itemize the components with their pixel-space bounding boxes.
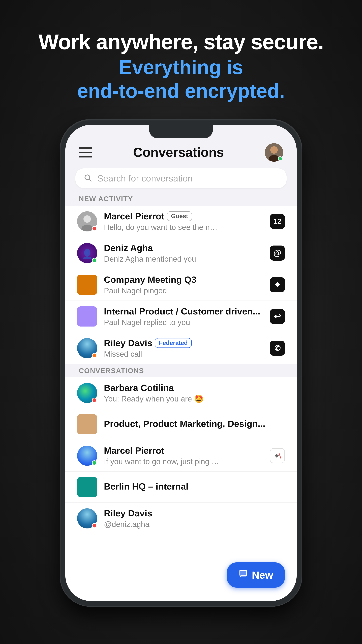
unread-count-badge: 12 xyxy=(270,214,285,229)
contact-name: Deniz Agha xyxy=(104,243,153,253)
message-preview: @deniz.agha xyxy=(104,520,221,529)
conversation-body: Deniz Agha Deniz Agha mentioned you xyxy=(104,243,267,264)
status-dot xyxy=(92,523,97,528)
name-row: Marcel Pierrot Guest xyxy=(104,211,267,221)
svg-text:👤: 👤 xyxy=(82,248,93,260)
conversations-label: CONVERSATIONS xyxy=(79,367,283,375)
search-icon xyxy=(84,174,92,183)
contact-name: Marcel Pierrot xyxy=(104,211,164,221)
conversation-body: Riley Davis @deniz.agha xyxy=(104,508,285,529)
avatar xyxy=(77,446,97,466)
avatar xyxy=(77,211,97,232)
name-row: Internal Product / Customer driven... xyxy=(104,306,267,316)
conversation-body: Barbara Cotilina You: Ready when you are… xyxy=(104,382,285,403)
name-row: Berlin HQ – internal xyxy=(104,481,285,492)
action-indicator: ↩ xyxy=(270,309,285,324)
message-preview: Hello, do you want to see the number... xyxy=(104,223,221,232)
search-placeholder-text: Search for conversation xyxy=(97,173,193,184)
name-row: Product, Product Marketing, Design... xyxy=(104,418,285,429)
list-item[interactable]: Product, Product Marketing, Design... xyxy=(65,409,297,440)
message-preview: If you want to go now, just ping me xyxy=(104,457,221,466)
conversations-section-header: CONVERSATIONS xyxy=(65,364,297,377)
avatar xyxy=(77,414,97,434)
list-item[interactable]: Riley Davis Federated Missed call ✆ xyxy=(65,332,297,364)
subtitle-line1: Everything is xyxy=(119,56,243,78)
new-activity-section-header: NEW ACTIVITY xyxy=(65,192,297,206)
reply-badge: ↩ xyxy=(270,309,285,324)
user-avatar[interactable] xyxy=(265,143,283,162)
search-bar[interactable]: Search for conversation xyxy=(75,168,287,188)
message-preview: Paul Nagel pinged xyxy=(104,286,221,295)
page-title: Conversations xyxy=(133,145,224,160)
mute-badge xyxy=(270,448,285,463)
message-preview: Missed call xyxy=(104,350,221,358)
list-item[interactable]: Internal Product / Customer driven... Pa… xyxy=(65,301,297,332)
name-row: Company Meeting Q3 xyxy=(104,274,267,285)
name-row: Barbara Cotilina xyxy=(104,382,285,393)
contact-name: Internal Product / Customer driven... xyxy=(104,306,260,316)
contact-name: Riley Davis xyxy=(104,508,152,518)
svg-line-12 xyxy=(279,453,281,458)
list-item[interactable]: Marcel Pierrot Guest Hello, do you want … xyxy=(65,206,297,237)
status-dot xyxy=(92,353,97,358)
avatar-image xyxy=(77,306,97,326)
new-activity-label: NEW ACTIVITY xyxy=(79,195,283,203)
svg-point-7 xyxy=(83,215,91,223)
mention-badge: @ xyxy=(270,246,285,260)
list-item[interactable]: 👤 Deniz Agha Deniz Agha mentioned you @ xyxy=(65,237,297,269)
subtitle-line2: end-to-end encrypted. xyxy=(77,80,285,102)
list-item[interactable]: Berlin HQ – internal xyxy=(65,472,297,502)
app-content: Conversations xyxy=(65,125,297,601)
avatar xyxy=(77,508,97,528)
avatar xyxy=(77,275,97,295)
contact-name: Riley Davis xyxy=(104,338,152,348)
ping-badge: ✳ xyxy=(270,277,285,292)
menu-button[interactable] xyxy=(79,148,92,158)
contact-name: Company Meeting Q3 xyxy=(104,274,196,285)
message-preview: You: Ready when you are 🤩 xyxy=(104,394,221,403)
conversation-body: Berlin HQ – internal xyxy=(104,481,285,493)
contact-name: Product, Product Marketing, Design... xyxy=(104,418,265,429)
action-indicator xyxy=(270,448,285,463)
list-item[interactable]: Company Meeting Q3 Paul Nagel pinged ✳ xyxy=(65,269,297,301)
phone-inner: Conversations xyxy=(65,125,297,601)
avatar: 👤 xyxy=(77,243,97,263)
name-row: Riley Davis xyxy=(104,508,285,518)
avatar xyxy=(77,306,97,326)
action-indicator: ✆ xyxy=(270,340,285,356)
conversation-body: Marcel Pierrot If you want to go now, ju… xyxy=(104,445,267,466)
list-item[interactable]: Riley Davis @deniz.agha xyxy=(65,502,297,534)
guest-badge: Guest xyxy=(167,211,192,221)
conversation-body: Company Meeting Q3 Paul Nagel pinged xyxy=(104,274,267,295)
new-conversation-button[interactable]: New xyxy=(227,562,285,588)
list-item[interactable]: Barbara Cotilina You: Ready when you are… xyxy=(65,377,297,409)
phone-frame: Conversations xyxy=(60,120,302,606)
name-row: Marcel Pierrot xyxy=(104,445,267,456)
conversation-body: Marcel Pierrot Guest Hello, do you want … xyxy=(104,211,267,232)
new-conversation-icon xyxy=(239,569,248,581)
avatar xyxy=(77,477,97,497)
contact-name: Barbara Cotilina xyxy=(104,382,174,393)
header-title: Work anywhere, stay secure. xyxy=(38,30,324,54)
message-preview: Deniz Agha mentioned you xyxy=(104,254,221,264)
missed-call-badge: ✆ xyxy=(270,340,285,356)
status-dot xyxy=(92,258,97,263)
name-row: Deniz Agha xyxy=(104,243,267,253)
action-indicator: 12 xyxy=(270,214,285,229)
conversation-body: Riley Davis Federated Missed call xyxy=(104,338,267,358)
status-dot xyxy=(92,398,97,403)
status-dot xyxy=(92,460,97,466)
header-section: Work anywhere, stay secure. Everything i… xyxy=(38,30,324,103)
conversation-body: Internal Product / Customer driven... Pa… xyxy=(104,306,267,327)
list-item[interactable]: Marcel Pierrot If you want to go now, ju… xyxy=(65,440,297,472)
avatar-image xyxy=(77,414,97,434)
name-row: Riley Davis Federated xyxy=(104,338,267,348)
avatar xyxy=(77,338,97,358)
svg-point-3 xyxy=(270,146,278,154)
avatar xyxy=(77,383,97,403)
new-activity-list: Marcel Pierrot Guest Hello, do you want … xyxy=(65,206,297,601)
phone-notch xyxy=(149,125,213,138)
fab-container: New xyxy=(227,562,285,588)
conversation-body: Product, Product Marketing, Design... xyxy=(104,418,285,430)
header-subtitle: Everything is end-to-end encrypted. xyxy=(38,56,324,103)
